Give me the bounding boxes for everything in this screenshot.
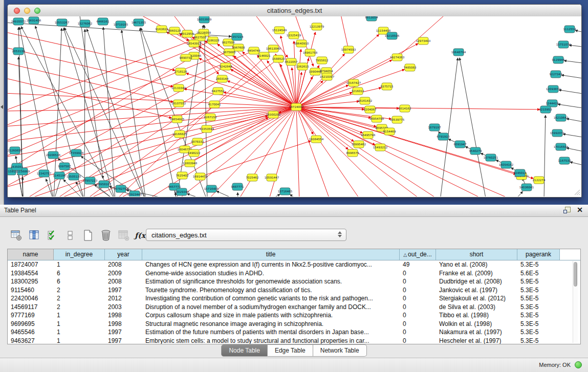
table-cell[interactable]: 9777169 bbox=[8, 311, 54, 320]
table-cell[interactable]: 1997 bbox=[105, 328, 142, 337]
table-cell[interactable]: 1998 bbox=[105, 311, 142, 320]
table-cell[interactable]: 1 bbox=[54, 337, 105, 345]
table-cell[interactable]: 5.3E-5 bbox=[517, 286, 560, 295]
delete-icon[interactable] bbox=[100, 229, 112, 242]
table-cell[interactable]: Hescheler et al. (1997) bbox=[436, 337, 517, 345]
table-cell[interactable]: 5.9E-5 bbox=[517, 277, 560, 286]
table-cell[interactable]: Disruption of a novel member of a sodium… bbox=[142, 303, 400, 312]
table-cell[interactable]: Tibbo et al. (1998) bbox=[436, 311, 517, 320]
table-cell[interactable]: Nakamura et al. (1997) bbox=[436, 328, 517, 337]
table-cell[interactable]: 1 bbox=[54, 320, 105, 329]
select-all-icon[interactable] bbox=[46, 229, 58, 242]
new-file-icon[interactable] bbox=[82, 229, 94, 242]
table-cell[interactable]: 5.3E-5 bbox=[517, 328, 560, 337]
table-cell[interactable]: 1 bbox=[54, 311, 105, 320]
table-cell[interactable]: 0 bbox=[400, 337, 436, 345]
tab-edge-table[interactable]: Edge Table bbox=[268, 344, 313, 357]
table-cell[interactable]: 0 bbox=[400, 311, 436, 320]
table-cell[interactable]: 5.6E-5 bbox=[517, 269, 560, 278]
table-cell[interactable]: Franke et al. (2009) bbox=[436, 269, 517, 278]
table-cell[interactable]: 1998 bbox=[105, 320, 142, 329]
table-row[interactable]: 2242004622012Investigating the contribut… bbox=[8, 294, 580, 303]
memory-status-indicator[interactable] bbox=[575, 361, 582, 368]
table-cell[interactable]: Changes of HCN gene expression and I(f) … bbox=[142, 260, 400, 269]
tab-network-table[interactable]: Network Table bbox=[313, 344, 367, 357]
table-scrollbar[interactable] bbox=[573, 261, 578, 343]
table-cell[interactable]: 0 bbox=[400, 328, 436, 337]
close-panel-icon[interactable]: ✕ bbox=[577, 206, 583, 213]
table-row[interactable]: 946362711997Embryonic stem cells: a mode… bbox=[8, 337, 580, 345]
table-cell[interactable]: 1 bbox=[54, 260, 105, 269]
table-cell[interactable]: Genome-wide association studies in ADHD. bbox=[142, 269, 400, 278]
table-cell[interactable]: 0 bbox=[400, 277, 436, 286]
table-cell[interactable]: 18724007 bbox=[8, 260, 54, 269]
table-cell[interactable]: 1997 bbox=[105, 337, 142, 345]
table-cell[interactable]: 5.3E-5 bbox=[517, 320, 560, 329]
table-row[interactable]: 1938455462009Genome-wide association stu… bbox=[8, 269, 580, 278]
table-cell[interactable]: 2008 bbox=[105, 277, 142, 286]
table-cell[interactable]: 6 bbox=[54, 277, 105, 286]
table-cell[interactable]: 49 bbox=[400, 260, 436, 269]
table-cell[interactable]: 22420046 bbox=[8, 294, 54, 303]
clear-selection-icon[interactable] bbox=[64, 229, 76, 242]
table-cell[interactable]: Embryonic stem cells: a model to study s… bbox=[142, 337, 400, 345]
table-cell[interactable]: Stergiakouli et al. (2012) bbox=[436, 294, 517, 303]
table-row[interactable]: 1872400712008Changes of HCN gene express… bbox=[8, 260, 580, 269]
table-cell[interactable]: 2003 bbox=[105, 303, 142, 312]
table-cell[interactable]: 0 bbox=[400, 303, 436, 312]
table-options-icon[interactable] bbox=[10, 229, 23, 242]
table-cell[interactable]: Jankovic et al. (1997) bbox=[436, 286, 517, 295]
column-header-pagerank[interactable]: pagerank bbox=[517, 249, 560, 260]
table-row[interactable]: 977716911998Corpus callosum shape and si… bbox=[8, 311, 580, 320]
table-row[interactable]: 1456911722003Disruption of a novel membe… bbox=[8, 303, 580, 312]
table-cell[interactable]: 5.3E-5 bbox=[517, 311, 560, 320]
table-cell[interactable]: 0 bbox=[400, 286, 436, 295]
table-cell[interactable]: 6 bbox=[54, 269, 105, 278]
table-cell[interactable]: 2012 bbox=[105, 294, 142, 303]
table-cell[interactable]: Corpus callosum shape and size in male p… bbox=[142, 311, 400, 320]
table-cell[interactable]: 2008 bbox=[105, 260, 142, 269]
table-cell[interactable]: 1997 bbox=[105, 286, 142, 295]
tab-node-table[interactable]: Node Table bbox=[221, 344, 268, 357]
column-header-year[interactable]: year bbox=[105, 249, 142, 260]
table-cell[interactable]: 5.3E-5 bbox=[517, 303, 560, 312]
column-header-in_degree[interactable]: in_degree bbox=[54, 249, 105, 260]
table-cell[interactable]: Estimation of the future numbers of pati… bbox=[142, 328, 400, 337]
resize-grip-icon[interactable] bbox=[573, 188, 580, 195]
table-row[interactable]: 1830029562008Estimation of significance … bbox=[8, 277, 580, 286]
table-cell[interactable]: 9699695 bbox=[8, 320, 54, 329]
table-cell[interactable]: 2 bbox=[54, 303, 105, 312]
table-row[interactable]: 911546021997Tourette syndrome. Phenomeno… bbox=[8, 286, 580, 295]
table-cell[interactable]: Yano et al. (2008) bbox=[436, 260, 517, 269]
table-row[interactable]: 946554611997Estimation of the future num… bbox=[8, 328, 580, 337]
table-cell[interactable]: 5.5E-5 bbox=[517, 294, 560, 303]
table-cell[interactable]: Investigating the contribution of common… bbox=[142, 294, 400, 303]
table-cell[interactable]: 5.3E-5 bbox=[517, 337, 560, 345]
table-cell[interactable]: 2 bbox=[54, 286, 105, 295]
table-cell[interactable]: Tourette syndrome. Phenomenology and cla… bbox=[142, 286, 400, 295]
network-canvas[interactable]: 1872400791638228860128891295428226058982… bbox=[8, 16, 581, 196]
table-cell[interactable]: 0 bbox=[400, 294, 436, 303]
table-cell[interactable]: 9465546 bbox=[8, 328, 54, 337]
table-cell[interactable]: 9115460 bbox=[8, 286, 54, 295]
collapsed-panel-strip[interactable] bbox=[0, 0, 4, 205]
table-cell[interactable]: 9463627 bbox=[8, 337, 54, 345]
table-cell[interactable]: 19384554 bbox=[8, 269, 54, 278]
column-header-name[interactable]: name bbox=[8, 249, 54, 260]
insert-column-icon[interactable] bbox=[28, 229, 40, 242]
table-cell[interactable]: de Silva et al. (2003) bbox=[436, 303, 517, 312]
column-header-title[interactable]: title bbox=[142, 249, 400, 260]
table-cell[interactable]: Dudbridge et al. (2008) bbox=[436, 277, 517, 286]
panel-collapse-arrow-icon[interactable] bbox=[1, 105, 3, 109]
scrollbar-thumb[interactable] bbox=[574, 262, 577, 287]
column-header-out_de[interactable]: △out_de... bbox=[400, 249, 436, 260]
table-cell[interactable]: Wolkin et al. (1998) bbox=[436, 320, 517, 329]
table-cell[interactable]: 18300295 bbox=[8, 277, 54, 286]
table-cell[interactable]: 2 bbox=[54, 294, 105, 303]
table-cell[interactable]: 14569117 bbox=[8, 303, 54, 312]
table-row[interactable]: 969969511998Structural magnetic resonanc… bbox=[8, 320, 580, 329]
table-selector[interactable]: citations_edges.txt bbox=[146, 229, 346, 241]
table-cell[interactable]: 5.3E-5 bbox=[517, 260, 560, 269]
table-cell[interactable]: Structural magnetic resonance image aver… bbox=[142, 320, 400, 329]
table-cell[interactable]: 0 bbox=[400, 320, 436, 329]
